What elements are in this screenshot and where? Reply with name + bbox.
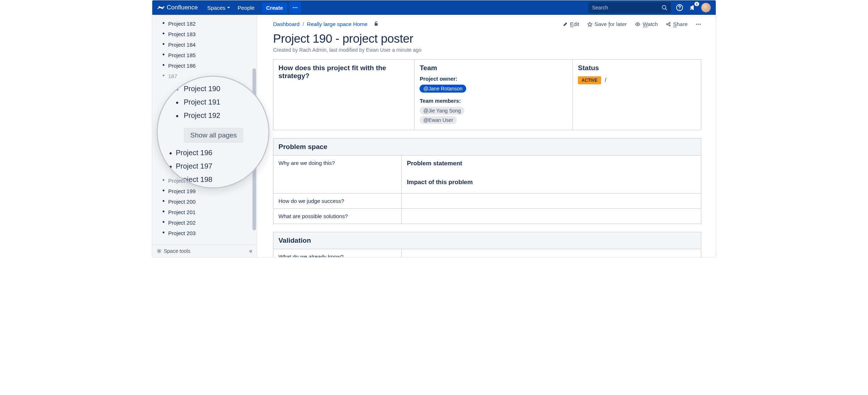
nav-people[interactable]: People (234, 5, 258, 11)
magnifier-callout: Project 190Project 191Project 192 Show a… (157, 76, 269, 188)
page-meta: Created by Rach Admin, last modified by … (273, 47, 701, 53)
app-header: Confluence Spaces People Create 1 (152, 0, 716, 15)
sidebar-footer: Space tools « (152, 245, 257, 257)
star-icon (587, 22, 592, 27)
owner-label: Project owner: (420, 76, 567, 82)
problem-space-table: Problem space Why are we doing this? Pro… (273, 138, 701, 224)
confluence-logo[interactable]: Confluence (157, 4, 198, 11)
sidebar-page-item[interactable]: Project 185 (152, 50, 257, 60)
brand-text: Confluence (167, 4, 198, 11)
space-tools-link[interactable]: Space tools (164, 248, 190, 254)
confluence-icon (157, 4, 165, 11)
create-button[interactable]: Create (262, 3, 288, 13)
magnifier-item[interactable]: Project 196 (169, 149, 262, 157)
search-box[interactable] (588, 2, 671, 13)
main-content: Dashboard / Really large space Home Edit… (257, 15, 716, 257)
team-heading: Team (420, 64, 567, 72)
problem-statement-label: Problem statement (407, 160, 696, 167)
svg-point-2 (297, 7, 298, 8)
svg-point-3 (662, 5, 666, 9)
notifications-button[interactable]: 1 (688, 3, 697, 12)
sidebar-page-item[interactable]: Project 203 (152, 228, 257, 238)
sidebar-page-item[interactable]: Project 184 (152, 39, 257, 50)
solutions-question: What are possible solutions? (273, 209, 402, 224)
member-mention[interactable]: @Jie Yang Song (420, 107, 464, 115)
svg-point-9 (667, 24, 668, 25)
poster-header-table: How does this project fit with the strat… (273, 59, 701, 130)
member-mention[interactable]: @Ewan User (420, 116, 457, 124)
share-icon (666, 22, 671, 27)
help-icon (676, 4, 683, 11)
validation-table: Validation What do we already know? (273, 232, 701, 257)
search-input[interactable] (592, 5, 661, 10)
nav-more-button[interactable] (289, 2, 301, 13)
breadcrumb: Dashboard / Really large space Home (273, 21, 379, 27)
svg-point-16 (700, 24, 701, 25)
svg-line-4 (665, 9, 667, 10)
magnifier-item[interactable]: Project 191 (169, 98, 262, 106)
pencil-icon (563, 22, 568, 27)
collapse-sidebar-button[interactable]: « (249, 248, 252, 254)
impact-label: Impact of this problem (407, 179, 696, 186)
svg-point-15 (698, 24, 699, 25)
chevron-down-icon (227, 6, 230, 9)
members-label: Team members: (420, 98, 567, 104)
svg-point-7 (158, 250, 160, 252)
svg-line-12 (668, 23, 669, 24)
know-question: What do we already know? (273, 249, 402, 258)
show-all-pages-button[interactable]: Show all pages (184, 128, 243, 143)
nav-spaces[interactable]: Spaces (204, 5, 234, 11)
sidebar-page-item[interactable]: Project 201 (152, 207, 257, 217)
owner-mention[interactable]: @Jane Rotanson (420, 85, 466, 93)
more-actions-button[interactable] (695, 21, 701, 27)
breadcrumb-dashboard[interactable]: Dashboard (273, 21, 299, 27)
page-title: Project 190 - project poster (273, 32, 701, 46)
save-for-later-button[interactable]: Save for later (587, 21, 627, 27)
validation-header: Validation (273, 232, 701, 249)
svg-point-8 (637, 24, 638, 25)
svg-point-11 (669, 25, 671, 26)
problem-space-header: Problem space (273, 139, 701, 156)
share-button[interactable]: Share (666, 21, 688, 27)
watch-button[interactable]: Watch (635, 21, 658, 27)
search-icon (661, 5, 667, 10)
svg-point-14 (696, 24, 697, 25)
strategy-question: How does this project fit with the strat… (278, 64, 409, 80)
ellipsis-icon (292, 5, 298, 10)
svg-point-1 (295, 7, 296, 8)
unlocked-icon (373, 21, 379, 27)
sidebar-page-item[interactable]: Project 200 (152, 196, 257, 207)
gear-icon (157, 249, 162, 254)
sidebar-page-item[interactable]: Project 202 (152, 217, 257, 228)
svg-point-6 (679, 9, 680, 10)
user-avatar[interactable] (701, 3, 711, 12)
magnifier-item[interactable]: Project 192 (169, 111, 262, 120)
magnifier-item[interactable]: Project 197 (169, 162, 262, 170)
judge-question: How do we judge success? (273, 194, 402, 209)
sidebar-page-item[interactable]: Project 186 (152, 60, 257, 71)
svg-point-10 (669, 22, 671, 24)
page-actions: Edit Save for later Watch Share (563, 21, 701, 27)
why-question: Why are we doing this? (273, 156, 402, 194)
help-button[interactable] (675, 3, 684, 12)
sidebar-page-item[interactable]: Project 182 (152, 18, 257, 29)
status-badge: ACTIVE (578, 76, 601, 84)
edit-button[interactable]: Edit (563, 21, 579, 27)
status-slash: / (605, 77, 606, 83)
svg-line-13 (668, 24, 669, 25)
status-heading: Status (578, 64, 696, 72)
breadcrumb-space[interactable]: Really large space Home (307, 21, 368, 27)
sidebar-page-item[interactable]: Project 183 (152, 29, 257, 39)
svg-point-0 (293, 7, 294, 8)
eye-icon (635, 22, 641, 27)
ellipsis-icon (695, 21, 701, 27)
notification-count: 1 (694, 2, 699, 6)
